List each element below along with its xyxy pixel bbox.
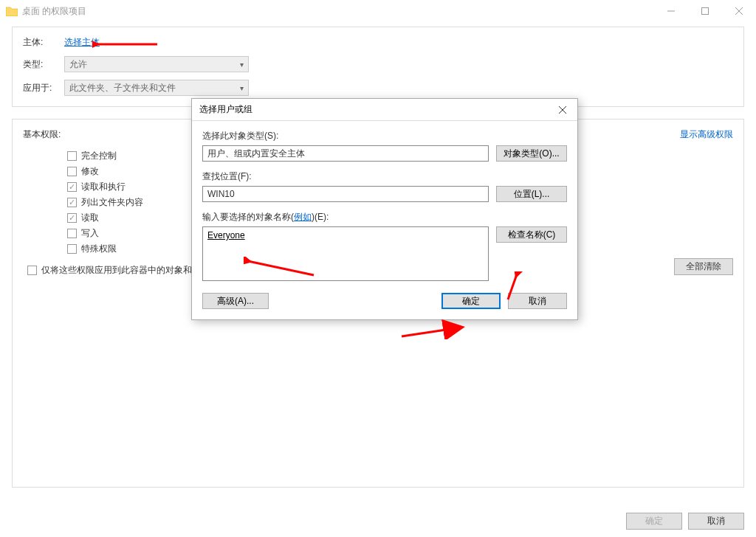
footer-buttons: 确定 取消	[626, 513, 744, 530]
check-names-button[interactable]: 检查名称(C)	[496, 226, 567, 243]
object-names-label: 输入要选择的对象名称(例如)(E):	[202, 211, 567, 224]
close-button[interactable]	[722, 0, 756, 22]
checkbox-icon[interactable]	[67, 229, 77, 238]
select-user-dialog: 选择用户或组 选择此对象类型(S): 用户、组或内置安全主体 对象类型(O)..…	[191, 98, 578, 320]
window-title: 桌面 的权限项目	[22, 5, 86, 18]
location-label: 查找位置(F):	[202, 170, 567, 183]
cancel-button[interactable]: 取消	[688, 513, 744, 530]
dialog-ok-button[interactable]: 确定	[441, 293, 501, 309]
clear-all-button[interactable]: 全部清除	[674, 258, 733, 275]
principal-panel: 主体: 选择主体 类型: 允许 ▾ 应用于: 此文件夹、子文件夹和文件 ▾	[12, 27, 744, 107]
window-titlebar: 桌面 的权限项目	[0, 0, 756, 22]
dialog-title: 选择用户或组	[199, 103, 252, 116]
folder-icon	[6, 6, 18, 16]
select-principal-link[interactable]: 选择主体	[64, 36, 100, 49]
show-advanced-permissions-link[interactable]: 显示高级权限	[680, 128, 733, 141]
checkbox-icon[interactable]	[67, 167, 77, 176]
type-label: 类型:	[23, 58, 64, 71]
object-type-field: 用户、组或内置安全主体	[202, 145, 489, 162]
checkbox-icon[interactable]	[67, 182, 77, 192]
advanced-button[interactable]: 高级(A)...	[202, 293, 269, 309]
applies-value: 此文件夹、子文件夹和文件	[69, 82, 176, 94]
applies-select[interactable]: 此文件夹、子文件夹和文件 ▾	[64, 80, 249, 96]
object-type-label: 选择此对象类型(S):	[202, 130, 567, 142]
object-names-input[interactable]: Everyone	[202, 226, 489, 281]
locations-button[interactable]: 位置(L)...	[496, 186, 567, 202]
example-link[interactable]: 例如	[294, 212, 312, 222]
dialog-close-button[interactable]	[548, 99, 577, 121]
minimize-button[interactable]	[654, 0, 688, 22]
checkbox-icon[interactable]	[27, 266, 37, 275]
principal-label: 主体:	[23, 36, 64, 49]
location-field: WIN10	[202, 186, 489, 202]
object-types-button[interactable]: 对象类型(O)...	[496, 145, 567, 162]
applies-label: 应用于:	[23, 82, 64, 94]
dialog-titlebar: 选择用户或组	[192, 99, 577, 121]
checkbox-icon[interactable]	[67, 198, 77, 207]
checkbox-icon[interactable]	[67, 151, 77, 161]
checkbox-icon[interactable]	[67, 244, 77, 254]
type-value: 允许	[69, 58, 87, 71]
dialog-cancel-button[interactable]: 取消	[508, 293, 567, 309]
maximize-button[interactable]	[688, 0, 722, 22]
svg-rect-1	[702, 8, 709, 15]
window-controls	[654, 0, 756, 22]
ok-button[interactable]: 确定	[626, 513, 682, 530]
checkbox-icon[interactable]	[67, 213, 77, 223]
chevron-down-icon: ▾	[240, 84, 244, 92]
type-select[interactable]: 允许 ▾	[64, 56, 249, 72]
chevron-down-icon: ▾	[240, 60, 244, 69]
